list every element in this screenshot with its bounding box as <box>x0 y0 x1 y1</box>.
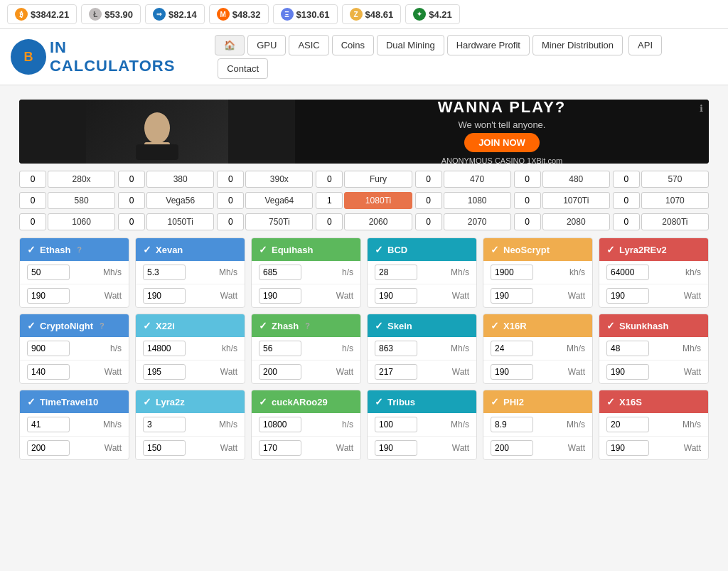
x22i-hashrate-input[interactable] <box>143 341 186 356</box>
x22i-watt-input[interactable] <box>143 364 186 380</box>
x16s-watt-input[interactable] <box>606 440 649 456</box>
skunkhash-watt-input[interactable] <box>606 364 649 380</box>
zhash-watt-input[interactable] <box>259 364 301 380</box>
bcd-hashrate-input[interactable] <box>375 265 417 280</box>
gpu-280x-input[interactable] <box>19 171 46 188</box>
gpu-570-input[interactable] <box>613 171 640 188</box>
home-button[interactable]: 🏠 <box>215 35 245 55</box>
algo-x16r-header[interactable]: ✓ X16R <box>483 314 592 337</box>
contact-button[interactable]: Contact <box>218 58 268 79</box>
phi2-watt-input[interactable] <box>491 440 533 456</box>
gpu-390x-input[interactable] <box>217 171 244 188</box>
algo-zhash-header[interactable]: ✓ Zhash ? <box>252 314 360 337</box>
algo-bcd-header[interactable]: ✓ BCD <box>368 238 476 261</box>
gpu-1060-input[interactable] <box>19 213 46 230</box>
algo-neoscrypt-header[interactable]: ✓ NeoScrypt <box>483 238 592 261</box>
skein-watt-input[interactable] <box>375 364 417 380</box>
algo-x22i-header[interactable]: ✓ X22i <box>136 314 245 337</box>
gpu-380-input[interactable] <box>118 171 145 188</box>
algo-skunkhash-header[interactable]: ✓ Skunkhash <box>599 314 708 337</box>
dual-mining-button[interactable]: Dual Mining <box>377 35 444 55</box>
zhash-hashrate-input[interactable] <box>259 341 301 356</box>
algo-x16s-header[interactable]: ✓ X16S <box>599 390 708 413</box>
banner-join-button[interactable]: JOIN NOW <box>464 133 540 152</box>
algo-xevan-header[interactable]: ✓ Xevan <box>136 238 245 261</box>
gpu-2070-input[interactable] <box>415 213 442 230</box>
gpu-480-input[interactable] <box>514 171 541 188</box>
gpu-1050ti-input[interactable] <box>118 213 145 230</box>
algo-cuckaroo29-header[interactable]: ✓ cuckARoo29 <box>252 390 360 413</box>
x16r-hashrate-input[interactable] <box>491 341 533 356</box>
lyra2z-hashrate-input[interactable] <box>143 417 186 432</box>
ethash-info-icon[interactable]: ? <box>77 245 82 254</box>
gpu-2060-input[interactable] <box>316 213 343 230</box>
algo-cryptonight-header[interactable]: ✓ CryptoNight ? <box>20 314 129 337</box>
skunkhash-hashrate-input[interactable] <box>606 341 649 356</box>
gpu-button[interactable]: GPU <box>247 35 286 55</box>
zhash-info-icon[interactable]: ? <box>305 321 310 330</box>
ltc-icon: Ł <box>89 8 102 21</box>
banner-brand: ANONYMOUS CASINO 1XBit.com <box>441 156 563 164</box>
lyra2rev2-watt-input[interactable] <box>606 288 649 304</box>
skein-hashrate-input[interactable] <box>375 341 417 356</box>
lyra2rev2-hashrate-input[interactable] <box>606 265 649 280</box>
banner-left <box>19 100 295 164</box>
gpu-1070-input[interactable] <box>613 192 640 209</box>
gpu-vega64-input[interactable] <box>217 192 244 209</box>
cryptonight-hashrate-input[interactable] <box>27 341 70 356</box>
algo-tribus-header[interactable]: ✓ Tribus <box>368 390 476 413</box>
miner-distribution-button[interactable]: Miner Distribution <box>532 35 623 55</box>
algo-skein-header[interactable]: ✓ Skein <box>368 314 476 337</box>
bcd-watt-unit: Watt <box>452 288 469 304</box>
neoscrypt-watt-input[interactable] <box>491 288 533 304</box>
gpu-580-input[interactable] <box>19 192 46 209</box>
hardware-profit-button[interactable]: Hardware Profit <box>447 35 530 55</box>
ethash-watt-input[interactable] <box>27 288 70 304</box>
ethash-hashrate-input[interactable] <box>27 265 70 280</box>
x16r-watt-input[interactable] <box>491 364 533 380</box>
lyra2rev2-label: Lyra2REv2 <box>619 245 667 255</box>
gpu-470-input[interactable] <box>415 171 442 188</box>
timetravel10-hashrate-input[interactable] <box>27 417 70 432</box>
tribus-hashrate-input[interactable] <box>375 417 417 432</box>
xevan-watt-input[interactable] <box>143 288 186 304</box>
algo-ethash-header[interactable]: ✓ Ethash ? <box>20 238 129 261</box>
x16s-hashrate-input[interactable] <box>606 417 649 432</box>
xevan-hashrate-input[interactable] <box>143 265 186 280</box>
neoscrypt-hashrate-input[interactable] <box>491 265 533 280</box>
tribus-watt-input[interactable] <box>375 440 417 456</box>
gpu-1080-input[interactable] <box>415 192 442 209</box>
gpu-vega56-input[interactable] <box>118 192 145 209</box>
timetravel10-watt-input[interactable] <box>27 440 70 456</box>
lyra2z-watt-unit: Watt <box>220 440 237 456</box>
ethash-check-icon: ✓ <box>27 244 36 255</box>
gpu-2080-input[interactable] <box>514 213 541 230</box>
phi2-hashrate-input[interactable] <box>491 417 533 432</box>
gpu-2080ti-input[interactable] <box>613 213 640 230</box>
cryptonight-watt-input[interactable] <box>27 364 70 380</box>
gpu-750ti-input[interactable] <box>217 213 244 230</box>
banner-info-icon[interactable]: ℹ <box>700 103 703 114</box>
bcd-watt-input[interactable] <box>375 288 417 304</box>
equihash-check-icon: ✓ <box>259 244 267 255</box>
algo-lyra2z-header[interactable]: ✓ Lyra2z <box>136 390 245 413</box>
cuckaroo29-hashrate-input[interactable] <box>259 417 301 432</box>
algo-equihash-header[interactable]: ✓ Equihash <box>252 238 360 261</box>
tribus-watt-row: Watt <box>368 437 476 459</box>
gpu-fury-input[interactable] <box>316 171 343 188</box>
equihash-hashrate-input[interactable] <box>259 265 301 280</box>
algo-phi2-header[interactable]: ✓ PHI2 <box>483 390 592 413</box>
gpu-1070ti-input[interactable] <box>514 192 541 209</box>
lyra2z-watt-input[interactable] <box>143 440 186 456</box>
equihash-watt-input[interactable] <box>259 288 301 304</box>
api-button[interactable]: API <box>628 35 662 55</box>
asic-button[interactable]: ASIC <box>289 35 328 55</box>
cuckaroo29-watt-input[interactable] <box>259 440 301 456</box>
timetravel10-hashrate-unit: Mh/s <box>103 417 122 432</box>
algo-timetravel10-header[interactable]: ✓ TimeTravel10 <box>20 390 129 413</box>
coins-button[interactable]: Coins <box>332 35 374 55</box>
algo-lyra2rev2-header[interactable]: ✓ Lyra2REv2 <box>599 238 708 261</box>
lyra2z-watt-row: Watt <box>136 437 245 459</box>
gpu-1080ti-input[interactable] <box>316 192 343 209</box>
cryptonight-info-icon[interactable]: ? <box>100 321 105 330</box>
